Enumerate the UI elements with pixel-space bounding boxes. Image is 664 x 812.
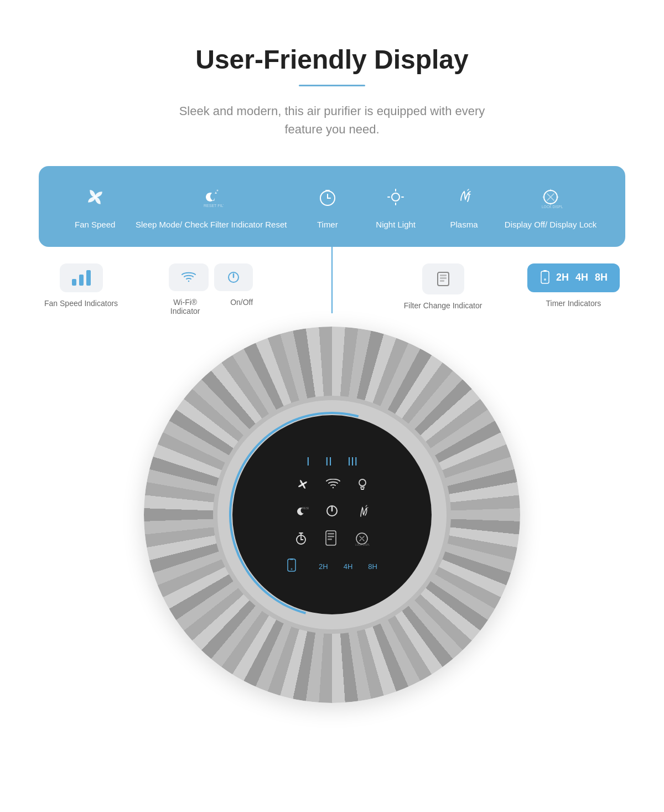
- svg-rect-20: [326, 531, 336, 545]
- subtitle: Sleek and modern, this air purifier is e…: [172, 102, 492, 138]
- cp-sleep-power-plasma-row: RESET FILTER USE: [294, 503, 370, 522]
- svg-point-4: [392, 193, 400, 201]
- device-section: I II III: [111, 321, 553, 708]
- fan-speed-bars: [72, 270, 91, 286]
- svg-point-1: [216, 190, 218, 192]
- bar-1: [72, 279, 76, 286]
- sleep-mode-icon: RESET FILTER USE: [199, 185, 224, 213]
- svg-text:RESET FILTER USE: RESET FILTER USE: [204, 204, 224, 208]
- plasma-icon: [452, 185, 476, 213]
- svg-rect-12: [541, 271, 549, 283]
- onoff-indicator-box: [214, 263, 253, 291]
- title-underline: [299, 85, 365, 86]
- cp-fan-light-row: [295, 477, 369, 495]
- svg-rect-11: [440, 280, 444, 282]
- cp-power-icon: [324, 503, 340, 522]
- banner-item-sleep-mode: RESET FILTER USE Sleep Mode/ Check Filte…: [136, 185, 287, 230]
- cp-fan-icon: [295, 477, 310, 495]
- svg-rect-21: [328, 533, 334, 535]
- svg-point-16: [359, 479, 366, 486]
- cp-speed-3: III: [347, 454, 357, 469]
- feature-banner: Fan Speed RESET FILTER USE Sleep Mode/ C…: [39, 166, 625, 247]
- timer-4h: 4H: [575, 272, 588, 283]
- wifi-label: Wi-Fi® Indicator: [163, 298, 208, 316]
- banner-label-timer: Timer: [317, 219, 338, 230]
- cp-2h: 2H: [319, 562, 328, 571]
- cp-phone-icon: [287, 558, 303, 575]
- bar-2: [79, 275, 84, 286]
- timer-label: Timer Indicators: [546, 299, 601, 308]
- banner-label-plasma: Plasma: [450, 219, 478, 230]
- svg-rect-22: [328, 536, 334, 537]
- fan-speed-group: Fan Speed Indicators: [44, 263, 118, 308]
- fan-speed-label: Fan Speed Indicators: [44, 299, 118, 308]
- cp-speed-row: I II III: [307, 454, 358, 469]
- svg-rect-10: [440, 277, 447, 279]
- indicators-row: Fan Speed Indicators: [39, 263, 625, 316]
- cp-speed-1: I: [307, 454, 310, 469]
- svg-rect-13: [543, 270, 547, 272]
- timer-indicator-box: 2H 4H 8H: [527, 263, 620, 292]
- cp-plasma-icon: [355, 503, 370, 522]
- cp-4h: 4H: [344, 562, 353, 571]
- svg-text:LOCK DISPLAY USE: LOCK DISPLAY USE: [542, 205, 563, 209]
- header-section: User-Friendly Display Sleek and modern, …: [172, 44, 492, 138]
- svg-rect-26: [288, 559, 295, 571]
- wifi-indicator-box: [169, 263, 209, 291]
- cp-display-off-icon: LOCK DISPLAY USE: [354, 531, 370, 550]
- timer-2h: 2H: [556, 272, 569, 283]
- wifi-onoff-boxes: [169, 263, 253, 291]
- svg-text:RESET FILTER USE: RESET FILTER USE: [302, 506, 309, 510]
- wifi-onoff-labels: Wi-Fi® Indicator On/Off: [163, 298, 258, 316]
- cp-timer-icon: [294, 531, 308, 549]
- svg-point-14: [544, 278, 546, 281]
- timer-icon: [315, 185, 340, 213]
- connector-line: [331, 247, 333, 313]
- cp-sleep-icon: RESET FILTER USE: [294, 504, 309, 521]
- control-panel: I II III: [232, 415, 432, 614]
- svg-point-0: [94, 195, 97, 199]
- svg-point-18: [327, 506, 337, 516]
- wifi-onoff-group: Wi-Fi® Indicator On/Off: [163, 263, 258, 316]
- cp-speed-2: II: [325, 454, 332, 469]
- svg-rect-9: [440, 275, 447, 276]
- svg-point-15: [302, 483, 304, 485]
- banner-item-plasma: Plasma: [437, 185, 492, 230]
- cp-timer-hours-row: 2H 4H 8H: [287, 558, 377, 575]
- timer-hours: 2H 4H 8H: [556, 272, 608, 283]
- timer-indicator-group: 2H 4H 8H Timer Indicators: [527, 263, 620, 308]
- fan-speed-indicator-box: [60, 263, 103, 292]
- banner-label-display-off: Display Off/ Display Lock: [505, 219, 596, 230]
- main-title: User-Friendly Display: [172, 44, 492, 75]
- svg-rect-27: [290, 558, 293, 560]
- svg-point-28: [291, 568, 293, 570]
- svg-rect-23: [328, 539, 332, 540]
- display-off-icon: LOCK DISPLAY USE: [538, 185, 563, 213]
- filter-change-label: Filter Change Indicator: [404, 301, 483, 310]
- cp-wifi-icon: [326, 479, 340, 493]
- svg-text:LOCK DISPLAY USE: LOCK DISPLAY USE: [355, 544, 370, 546]
- bar-3: [86, 270, 91, 286]
- cp-filter-icon: [323, 530, 339, 551]
- onoff-label: On/Off: [225, 298, 258, 316]
- banner-item-fan-speed: Fan Speed: [68, 185, 123, 230]
- cp-grid: I II III: [287, 454, 377, 575]
- filter-change-group: Filter Change Indicator: [404, 263, 483, 310]
- night-light-icon: [383, 185, 408, 213]
- banner-item-timer: Timer: [300, 185, 355, 230]
- svg-point-19: [297, 535, 305, 544]
- banner-item-night-light: Night Light: [368, 185, 423, 230]
- banner-label-sleep-mode: Sleep Mode/ Check Filter Indicator Reset: [136, 219, 287, 230]
- banner-label-fan-speed: Fan Speed: [75, 219, 115, 230]
- filter-change-indicator-box: [422, 263, 464, 294]
- banner-label-night-light: Night Light: [376, 219, 416, 230]
- svg-point-24: [356, 533, 367, 544]
- fan-speed-icon: [83, 185, 107, 213]
- cp-8h: 8H: [368, 562, 377, 571]
- cp-timer-filter-display-row: LOCK DISPLAY USE: [294, 530, 370, 551]
- cp-light-icon: [356, 477, 369, 495]
- banner-item-display-off: LOCK DISPLAY USE Display Off/ Display Lo…: [505, 185, 596, 230]
- timer-8h: 8H: [595, 272, 608, 283]
